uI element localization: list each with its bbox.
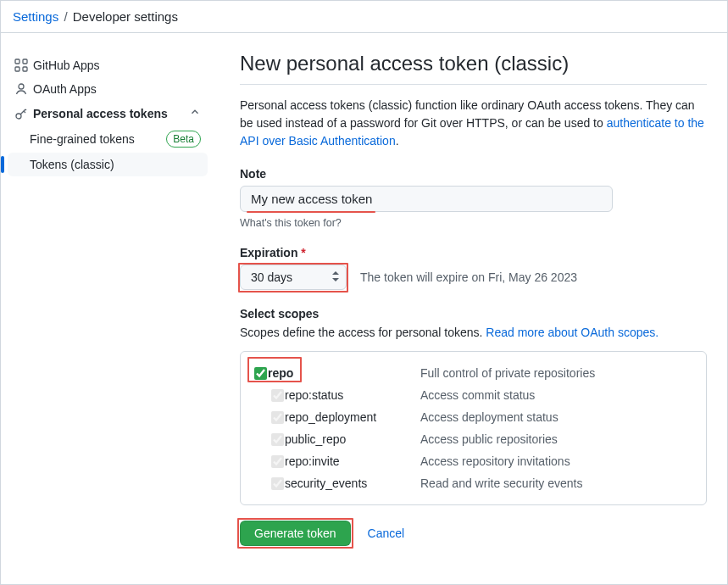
- breadcrumb-separator: /: [62, 9, 69, 24]
- sidebar-item-pat[interactable]: Personal access tokens: [8, 101, 208, 125]
- scope-desc: Access repository invitations: [420, 454, 694, 468]
- sidebar-item-fine-grained[interactable]: Fine-grained tokens Beta: [8, 125, 208, 153]
- scope-checkbox[interactable]: [271, 389, 284, 402]
- apps-icon: [14, 58, 33, 72]
- scopes-description: Scopes define the access for personal to…: [240, 326, 707, 339]
- key-icon: [14, 107, 33, 120]
- expiration-label-text: Expiration: [240, 246, 297, 259]
- scope-name: repo: [268, 366, 420, 380]
- expiration-hint: The token will expire on Fri, May 26 202…: [360, 270, 577, 284]
- scopes-desc-text: Scopes define the access for personal to…: [240, 326, 486, 339]
- intro-text: Personal access tokens (classic) functio…: [240, 97, 707, 150]
- sidebar-item-tokens-classic[interactable]: Tokens (classic): [8, 153, 208, 176]
- svg-rect-1: [23, 59, 27, 64]
- breadcrumb: Settings / Developer settings: [1, 1, 727, 33]
- expiration-select[interactable]: 30 days: [240, 265, 347, 290]
- scope-checkbox[interactable]: [271, 477, 284, 490]
- scope-name: repo:invite: [285, 454, 420, 468]
- svg-point-4: [19, 84, 24, 89]
- sidebar-item-label: Tokens (classic): [30, 158, 201, 171]
- scope-name: repo:status: [285, 388, 420, 402]
- scope-desc: Read and write security events: [420, 476, 694, 490]
- oauth-scopes-link[interactable]: Read more about OAuth scopes.: [486, 326, 659, 339]
- scope-name: repo_deployment: [285, 410, 420, 424]
- generate-token-button[interactable]: Generate token: [240, 521, 351, 546]
- scope-row: repo_deployment Access deployment status: [253, 406, 694, 428]
- scope-checkbox[interactable]: [271, 411, 284, 424]
- sidebar-item-label: OAuth Apps: [33, 82, 201, 96]
- svg-rect-0: [15, 59, 19, 64]
- svg-rect-3: [23, 67, 27, 71]
- scope-desc: Full control of private repositories: [420, 366, 694, 380]
- sidebar-item-label: Personal access tokens: [33, 107, 189, 120]
- beta-badge: Beta: [166, 131, 201, 148]
- required-asterisk: *: [301, 246, 305, 259]
- breadcrumb-current: Developer settings: [73, 9, 178, 24]
- scope-desc: Access deployment status: [420, 410, 694, 424]
- expiration-label: Expiration *: [240, 246, 707, 259]
- page-title: New personal access token (classic): [240, 52, 707, 85]
- scope-row: repo:invite Access repository invitation…: [253, 450, 694, 472]
- person-icon: [14, 82, 33, 96]
- scope-name: security_events: [285, 476, 420, 490]
- main-content: New personal access token (classic) Pers…: [214, 33, 727, 584]
- scopes-box: repo Full control of private repositorie…: [240, 351, 707, 505]
- scope-row: public_repo Access public repositories: [253, 428, 694, 450]
- svg-rect-2: [15, 67, 19, 71]
- sidebar-item-oauth-apps[interactable]: OAuth Apps: [8, 77, 208, 101]
- note-hint: What's this token for?: [240, 217, 707, 229]
- chevron-up-icon: [189, 106, 201, 120]
- sidebar-item-label: Fine-grained tokens: [30, 132, 166, 146]
- breadcrumb-settings-link[interactable]: Settings: [13, 9, 58, 24]
- sidebar: GitHub Apps OAuth Apps Personal access t…: [1, 33, 214, 584]
- scope-desc: Access commit status: [420, 388, 694, 402]
- scope-checkbox[interactable]: [271, 433, 284, 446]
- scopes-label: Select scopes: [240, 307, 707, 320]
- scope-row: security_events Read and write security …: [253, 472, 694, 494]
- scope-checkbox-repo[interactable]: [254, 367, 267, 380]
- scope-name: public_repo: [285, 432, 420, 446]
- note-input[interactable]: [240, 186, 613, 212]
- scope-checkbox[interactable]: [271, 455, 284, 468]
- sidebar-item-github-apps[interactable]: GitHub Apps: [8, 53, 208, 77]
- scope-row: repo:status Access commit status: [253, 384, 694, 406]
- scope-desc: Access public repositories: [420, 432, 694, 446]
- note-label: Note: [240, 167, 707, 181]
- sidebar-item-label: GitHub Apps: [33, 58, 201, 72]
- cancel-link[interactable]: Cancel: [368, 526, 405, 540]
- scope-row-repo: repo Full control of private repositorie…: [253, 362, 694, 384]
- intro-text-part: .: [396, 134, 399, 148]
